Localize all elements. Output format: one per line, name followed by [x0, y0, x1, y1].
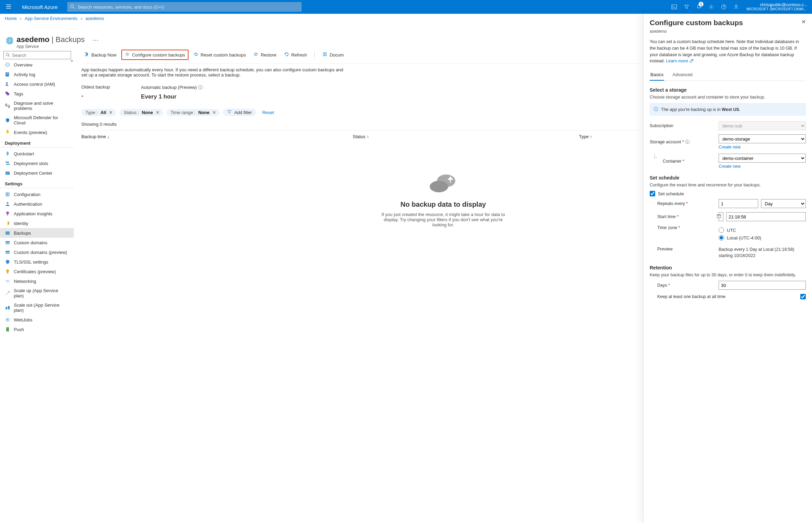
- sidebar-item-defender[interactable]: Microsoft Defender for Cloud: [0, 113, 74, 127]
- set-schedule-checkbox[interactable]: Set schedule: [650, 191, 806, 196]
- sidebar-item-events[interactable]: Events (preview): [0, 127, 74, 137]
- backup-now-icon: [84, 52, 89, 58]
- keep-one-backup-checkbox[interactable]: Keep at least one backup at all time: [657, 294, 806, 299]
- reset-custom-backups-button[interactable]: Reset custom backups: [191, 50, 249, 59]
- account-email: chrisqpublic@contoso.c...: [747, 2, 807, 7]
- svg-point-34: [7, 319, 8, 320]
- log-icon: [5, 72, 10, 77]
- shield-icon: [5, 117, 10, 123]
- sidebar-item-overview[interactable]: Overview: [0, 60, 74, 70]
- sidebar-item-webjobs[interactable]: WebJobs: [0, 315, 74, 325]
- more-actions-icon[interactable]: ⋯: [87, 37, 99, 43]
- timezone-utc-radio[interactable]: UTC: [719, 227, 806, 233]
- config-icon: [5, 192, 10, 197]
- auto-backup-label: Automatic backup (Preview) ⓘ: [141, 84, 202, 91]
- sidebar-item-quickstart[interactable]: Quickstart: [0, 149, 74, 158]
- sidebar-item-identity[interactable]: Identity: [0, 218, 74, 228]
- scale-up-icon: [5, 290, 10, 296]
- column-status[interactable]: Status ↑: [353, 134, 579, 139]
- retention-days-label: Days *: [657, 283, 719, 288]
- create-new-storage-link[interactable]: Create new: [719, 145, 741, 150]
- notifications-icon[interactable]: 1: [693, 0, 704, 14]
- sidebar-item-push[interactable]: Push: [0, 325, 74, 334]
- sidebar-item-scale-up[interactable]: Scale up (App Service plan): [0, 286, 74, 300]
- svg-point-2: [711, 6, 712, 8]
- sidebar-item-authentication[interactable]: Authentication: [0, 199, 74, 209]
- sidebar-item-activity-log[interactable]: Activity log: [0, 70, 74, 79]
- reset-filters-link[interactable]: Reset: [262, 110, 274, 115]
- configure-custom-backups-button[interactable]: Configure custom backups: [121, 50, 189, 60]
- filter-icon[interactable]: [681, 0, 692, 14]
- diagnose-icon: [5, 103, 10, 109]
- sidebar-item-configuration[interactable]: Configuration: [0, 189, 74, 199]
- backup-now-button[interactable]: Backup Now: [81, 50, 119, 59]
- retention-days-input[interactable]: [719, 281, 806, 290]
- sidebar-item-scale-out[interactable]: Scale out (App Service plan): [0, 300, 74, 315]
- tag-icon: [5, 91, 10, 96]
- help-icon[interactable]: ?: [718, 0, 729, 14]
- filter-chip-status[interactable]: Status : None✕: [120, 109, 163, 116]
- sidebar-item-deployment-center[interactable]: Deployment Center: [0, 168, 74, 178]
- filter-chip-type[interactable]: Type : All✕: [81, 109, 116, 116]
- quickstart-icon: [5, 151, 10, 156]
- info-icon[interactable]: ⓘ: [198, 85, 203, 90]
- oldest-backup-value: -: [81, 92, 110, 99]
- create-new-container-link[interactable]: Create new: [719, 164, 741, 169]
- sidebar-item-tags[interactable]: Tags: [0, 89, 74, 99]
- sidebar-item-deployment-slots[interactable]: Deployment slots: [0, 158, 74, 168]
- add-filter-button[interactable]: Add filter: [223, 109, 256, 116]
- refresh-icon: [284, 52, 289, 58]
- timezone-local-radio[interactable]: Local (UTC-4:00): [719, 235, 806, 240]
- retention-section-desc: Keep your backup files for up to 30 days…: [650, 273, 806, 277]
- scale-out-icon: [5, 305, 10, 310]
- tab-advanced[interactable]: Advanced: [672, 69, 693, 81]
- page-title: asedemo | Backups ⋯: [17, 35, 241, 44]
- hamburger-menu[interactable]: [2, 3, 15, 11]
- documentation-button[interactable]: Docum: [319, 50, 346, 59]
- sidebar-item-tls-ssl[interactable]: TLS/SSL settings: [0, 257, 74, 267]
- sidebar-item-access-control[interactable]: Access control (IAM): [0, 79, 74, 89]
- start-time-input[interactable]: [726, 212, 806, 221]
- sidebar-item-custom-domains-preview[interactable]: Custom domains (preview): [0, 247, 74, 257]
- sidebar-search-input[interactable]: [3, 51, 71, 59]
- sidebar-item-backups[interactable]: Backups: [0, 228, 74, 238]
- cloud-shell-icon[interactable]: [669, 0, 680, 14]
- tab-basics[interactable]: Basics: [650, 69, 664, 81]
- schedule-section-desc: Configure the exact time and recurrence …: [650, 183, 806, 187]
- svg-point-38: [430, 181, 448, 192]
- container-select[interactable]: demo-container: [719, 154, 806, 163]
- sidebar-item-custom-domains[interactable]: Custom domains: [0, 238, 74, 247]
- remove-filter-icon[interactable]: ✕: [212, 110, 216, 115]
- svg-rect-20: [9, 192, 9, 196]
- auto-backup-value: Every 1 hour: [141, 93, 202, 100]
- sidebar-item-diagnose[interactable]: Diagnose and solve problems: [0, 99, 74, 113]
- filter-chip-time[interactable]: Time range : None✕: [166, 109, 220, 116]
- feedback-icon[interactable]: [731, 0, 742, 14]
- svg-point-22: [6, 212, 9, 214]
- events-icon: [5, 130, 10, 135]
- configure-backups-blade: Configure custom backups ✕ asedemo You c…: [643, 14, 812, 523]
- settings-icon[interactable]: [706, 0, 717, 14]
- storage-account-select[interactable]: demo-storage: [719, 134, 806, 143]
- sidebar-item-networking[interactable]: Networking: [0, 276, 74, 286]
- close-blade-button[interactable]: ✕: [801, 19, 806, 25]
- restore-button[interactable]: Restore: [251, 50, 279, 59]
- svg-rect-39: [717, 215, 721, 218]
- blade-description: You can set a custom backup schedule her…: [650, 39, 806, 64]
- repeats-unit-select[interactable]: Day: [761, 199, 806, 208]
- global-search-input[interactable]: [67, 2, 302, 12]
- column-backup-time[interactable]: Backup time ↓: [81, 134, 353, 139]
- info-icon[interactable]: ⓘ: [685, 140, 690, 144]
- remove-filter-icon[interactable]: ✕: [109, 110, 113, 115]
- account-info[interactable]: chrisqpublic@contoso.c... MICROSOFT (MIC…: [744, 2, 810, 11]
- collapse-sidebar-icon[interactable]: «: [71, 58, 73, 63]
- remove-filter-icon[interactable]: ✕: [156, 110, 160, 115]
- learn-more-link[interactable]: Learn more: [666, 59, 693, 63]
- calendar-icon[interactable]: [717, 214, 721, 219]
- sidebar-item-app-insights[interactable]: Application Insights: [0, 209, 74, 218]
- sidebar-group-settings: Settings: [0, 178, 74, 188]
- refresh-button[interactable]: Refresh: [281, 50, 310, 59]
- sidebar-item-certificates[interactable]: Certificates (preview): [0, 267, 74, 276]
- svg-rect-15: [6, 162, 9, 163]
- repeats-value-input[interactable]: [719, 199, 758, 208]
